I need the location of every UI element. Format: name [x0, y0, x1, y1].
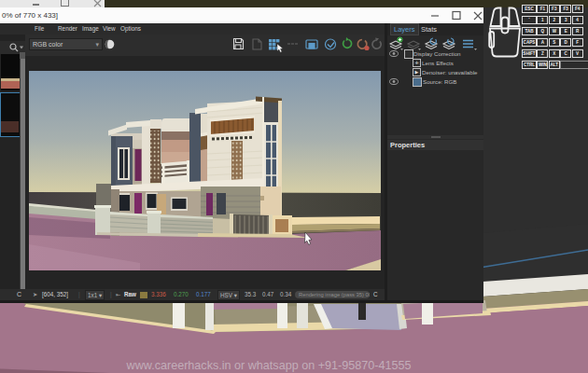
svg-text:www.careerhacks.in or whatsapp: www.careerhacks.in or whatsapp on +91-95… [126, 359, 412, 372]
